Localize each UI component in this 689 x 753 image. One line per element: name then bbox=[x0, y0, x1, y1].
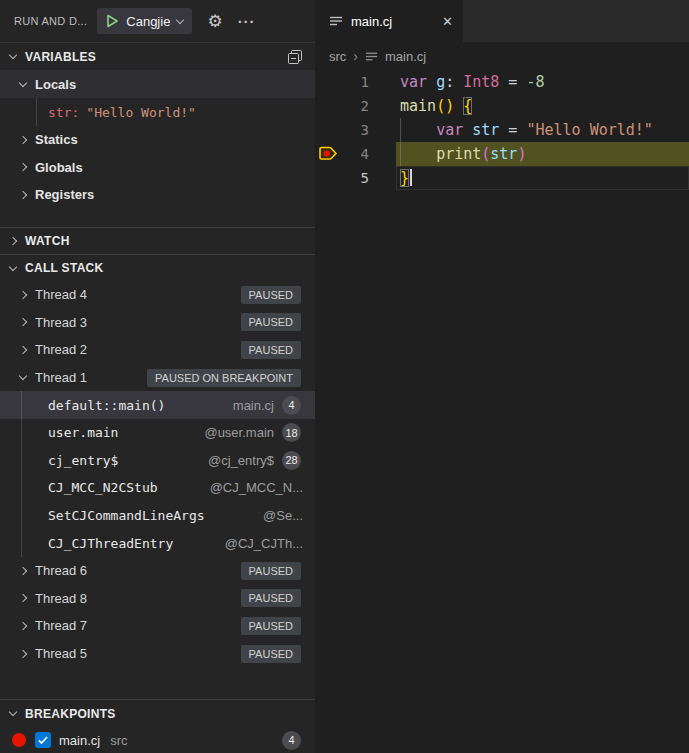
chevron-down-icon bbox=[9, 262, 17, 270]
chevron-right-icon bbox=[9, 237, 17, 245]
line-number: 2 bbox=[341, 94, 369, 118]
breadcrumb-folder[interactable]: src bbox=[329, 49, 346, 64]
section-header-call-stack[interactable]: CALL STACK bbox=[0, 254, 315, 281]
chevron-down-icon bbox=[9, 51, 17, 59]
code-token: "Hello World!" bbox=[526, 121, 652, 139]
variable-row[interactable]: str: "Hello World!" bbox=[0, 98, 315, 126]
tree-item-registers[interactable]: Registers bbox=[0, 181, 315, 208]
thread-label: Thread 3 bbox=[35, 315, 87, 330]
run-and-debug-sidebar: RUN AND D... Cangjie ⚙ ··· VARIABLES bbox=[0, 0, 315, 753]
line-number: 1 bbox=[341, 70, 369, 94]
section-header-variables[interactable]: VARIABLES bbox=[0, 42, 315, 70]
frame-name: user.main bbox=[48, 425, 118, 440]
callstack-thread-row[interactable]: Thread 1PAUSED ON BREAKPOINT bbox=[0, 364, 315, 392]
frame-location: @CJ_CJTh... bbox=[215, 536, 303, 551]
breakpoint-file: main.cj bbox=[59, 733, 100, 748]
code-line[interactable]: 1var g: Int8 = -8 bbox=[315, 70, 689, 94]
indent-guide bbox=[21, 419, 22, 447]
code-token: main bbox=[400, 97, 436, 115]
breakpoint-checkbox[interactable] bbox=[35, 732, 51, 748]
breadcrumb-file[interactable]: main.cj bbox=[385, 49, 426, 64]
paused-badge: PAUSED bbox=[241, 617, 301, 635]
callstack-thread-row[interactable]: Thread 3PAUSED bbox=[0, 309, 315, 337]
code-token: : bbox=[445, 73, 454, 91]
callstack-frame-row[interactable]: cj_entry$@cj_entry$28 bbox=[0, 447, 315, 475]
tree-item-locals[interactable]: Locals bbox=[0, 70, 315, 98]
callstack-thread-row[interactable]: Thread 2PAUSED bbox=[0, 336, 315, 364]
debug-breakpoint-arrow-icon[interactable] bbox=[319, 146, 338, 161]
chevron-right-icon bbox=[19, 594, 27, 602]
call-stack-header-label: CALL STACK bbox=[25, 261, 104, 275]
tab-close-icon[interactable]: ✕ bbox=[442, 14, 453, 29]
code-area[interactable]: 1var g: Int8 = -82main() {3 var str = "H… bbox=[315, 70, 689, 190]
callstack-frame-row[interactable]: CJ_MCC_N2CStub@CJ_MCC_N... bbox=[0, 474, 315, 502]
tree-item-label: Registers bbox=[35, 187, 94, 202]
thread-label: Thread 5 bbox=[35, 646, 87, 661]
code-token: -8 bbox=[526, 73, 544, 91]
collapse-all-icon[interactable] bbox=[287, 49, 303, 65]
more-actions-icon[interactable]: ··· bbox=[238, 14, 256, 29]
thread-label: Thread 4 bbox=[35, 287, 87, 302]
frame-name: CJ_MCC_N2CStub bbox=[48, 480, 158, 495]
breakpoint-row[interactable]: main.cjsrc4 bbox=[0, 727, 315, 753]
chevron-right-icon bbox=[19, 190, 27, 198]
chevron-down-icon bbox=[176, 15, 184, 23]
frame-location: @user.main bbox=[194, 425, 274, 440]
tree-item-globals[interactable]: Globals bbox=[0, 153, 315, 181]
line-number: 4 bbox=[341, 142, 369, 166]
breakpoint-count-badge: 4 bbox=[282, 731, 301, 750]
variable-name: str: bbox=[48, 105, 79, 120]
code-line[interactable]: 5} bbox=[315, 166, 689, 190]
check-icon bbox=[37, 734, 49, 746]
frame-location: @cj_entry$ bbox=[198, 453, 274, 468]
code-line[interactable]: 2main() { bbox=[315, 94, 689, 118]
code-line[interactable]: 3 var str = "Hello World!" bbox=[315, 118, 689, 142]
section-header-breakpoints[interactable]: BREAKPOINTS bbox=[0, 699, 315, 727]
callstack-thread-row[interactable]: Thread 4PAUSED bbox=[0, 281, 315, 309]
callstack-thread-row[interactable]: Thread 7PAUSED bbox=[0, 612, 315, 640]
chevron-right-icon bbox=[19, 622, 27, 630]
section-header-watch[interactable]: WATCH bbox=[0, 227, 315, 254]
callstack-thread-row[interactable]: Thread 5PAUSED bbox=[0, 640, 315, 668]
launch-config-dropdown[interactable]: Cangjie bbox=[97, 8, 192, 34]
code-token: ( bbox=[481, 145, 490, 163]
watch-header-label: WATCH bbox=[25, 234, 70, 248]
gutter bbox=[315, 166, 341, 190]
indent-guide bbox=[21, 447, 22, 475]
editor-tab-main-cj[interactable]: main.cj ✕ bbox=[315, 0, 463, 42]
vscode-debug-view: RUN AND D... Cangjie ⚙ ··· VARIABLES bbox=[0, 0, 689, 753]
indent-guide bbox=[21, 391, 22, 419]
code-token: print bbox=[436, 145, 481, 163]
file-icon bbox=[329, 14, 343, 28]
thread-label: Thread 6 bbox=[35, 563, 87, 578]
code-token: g bbox=[436, 73, 445, 91]
callstack-frame-row[interactable]: SetCJCommandLineArgs@Se... bbox=[0, 502, 315, 530]
call-stack-list: Thread 4PAUSEDThread 3PAUSEDThread 2PAUS… bbox=[0, 281, 315, 667]
chevron-right-icon bbox=[19, 318, 27, 326]
callstack-frame-row[interactable]: user.main@user.main18 bbox=[0, 419, 315, 447]
code-line-content: var g: Int8 = -8 bbox=[396, 70, 689, 94]
indent-guide bbox=[21, 474, 22, 502]
tree-item-statics[interactable]: Statics bbox=[0, 126, 315, 153]
code-line[interactable]: 4 print(str) bbox=[315, 142, 689, 166]
frame-location: @CJ_MCC_N... bbox=[200, 480, 303, 495]
chevron-down-icon bbox=[19, 372, 27, 380]
breakpoint-path: src bbox=[110, 733, 127, 748]
callstack-frame-row[interactable]: default::main()main.cj4 bbox=[0, 391, 315, 419]
chevron-right-icon bbox=[19, 163, 27, 171]
cursor-caret bbox=[410, 169, 412, 186]
code-token: var bbox=[400, 73, 427, 91]
settings-gear-icon[interactable]: ⚙ bbox=[207, 13, 222, 30]
code-token: str bbox=[472, 121, 499, 139]
callstack-thread-row[interactable]: Thread 8PAUSED bbox=[0, 585, 315, 613]
file-icon bbox=[365, 50, 378, 63]
callstack-frame-row[interactable]: CJ_CJThreadEntry@CJ_CJTh... bbox=[0, 529, 315, 557]
chevron-right-icon bbox=[19, 649, 27, 657]
paused-badge: PAUSED ON BREAKPOINT bbox=[147, 369, 301, 387]
start-debug-play-icon[interactable] bbox=[106, 14, 119, 28]
tab-label: main.cj bbox=[351, 14, 434, 29]
thread-label: Thread 8 bbox=[35, 591, 87, 606]
callstack-thread-row[interactable]: Thread 6PAUSED bbox=[0, 557, 315, 585]
code-line-content: main() { bbox=[396, 94, 689, 118]
thread-label: Thread 2 bbox=[35, 342, 87, 357]
